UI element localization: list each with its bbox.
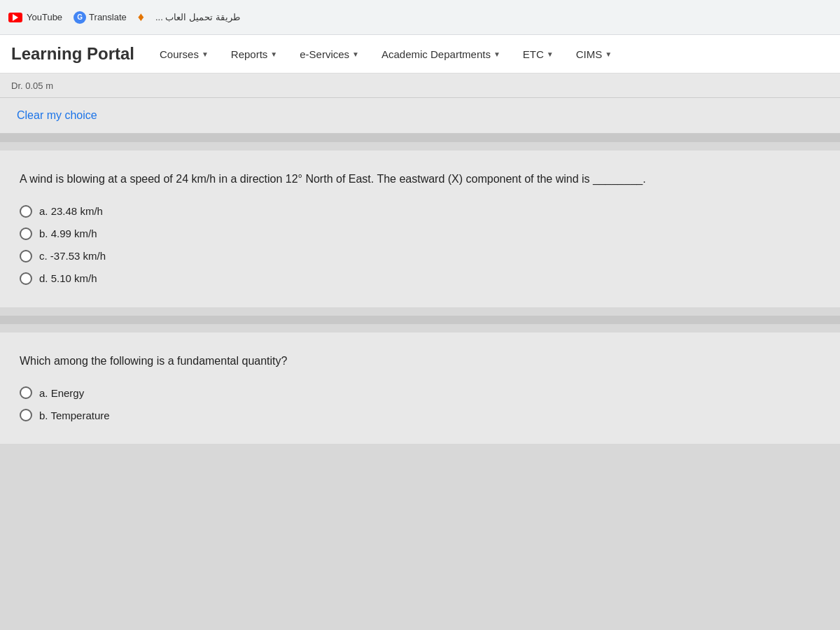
courses-arrow-icon: ▼ [202,50,209,58]
nav-etc[interactable]: ETC ▼ [514,43,562,66]
question-2-options: a. Energy b. Temperature [20,386,820,421]
radio-q2a[interactable] [20,386,32,399]
option-q2b[interactable]: b. Temperature [20,409,820,421]
academic-label: Academic Departments [382,48,491,60]
youtube-icon [8,13,22,22]
radio-q2b[interactable] [20,409,32,421]
etc-arrow-icon: ▼ [547,50,554,58]
section-divider-mid [0,316,840,324]
section-divider-top [0,134,840,142]
arabic-text: طريقة تحميل العاب ... [155,12,240,22]
eservices-label: e-Services [300,48,349,60]
nav-academic[interactable]: Academic Departments ▼ [373,43,509,66]
cims-label: CIMS [576,48,603,60]
nav-courses[interactable]: Courses ▼ [151,43,217,66]
clear-section: Clear my choice [0,98,840,134]
option-q1c[interactable]: c. -37.53 km/h [20,250,820,262]
nav-bar: Learning Portal Courses ▼ Reports ▼ e-Se… [0,35,840,74]
main-content: Clear my choice A wind is blowing at a s… [0,98,840,630]
option-q1b[interactable]: b. 4.99 km/h [20,227,820,240]
cims-arrow-icon: ▼ [605,50,612,58]
youtube-label: YouTube [27,12,62,22]
option-q1d[interactable]: d. 5.10 km/h [20,272,820,285]
clear-choice-link[interactable]: Clear my choice [17,109,97,121]
bookmark-icon: ♦ [138,10,144,24]
radio-q1c[interactable] [20,250,32,262]
translate-label: Translate [89,12,127,22]
sub-header: Dr. 0.05 m [0,74,840,98]
option-q1b-label: b. 4.99 km/h [39,227,97,239]
option-q2b-label: b. Temperature [39,410,110,421]
question-1-options: a. 23.48 km/h b. 4.99 km/h c. -37.53 km/… [20,205,820,285]
radio-q1b[interactable] [20,227,32,240]
option-q1a-label: a. 23.48 km/h [39,205,103,217]
radio-q1a[interactable] [20,205,32,218]
reports-arrow-icon: ▼ [270,50,277,58]
nav-reports[interactable]: Reports ▼ [223,43,286,66]
option-q1d-label: d. 5.10 km/h [39,272,97,284]
question-1-text: A wind is blowing at a speed of 24 km/h … [20,170,820,188]
translate-icon: G [74,11,86,24]
etc-label: ETC [523,48,544,60]
option-q1a[interactable]: a. 23.48 km/h [20,205,820,218]
question-2-text: Which among the following is a fundament… [20,352,820,370]
nav-eservices[interactable]: e-Services ▼ [291,43,368,66]
option-q2a-label: a. Energy [39,387,84,399]
portal-title: Learning Portal [11,44,134,64]
translate-button[interactable]: G Translate [74,11,127,24]
courses-label: Courses [160,48,199,60]
youtube-tab[interactable]: YouTube [8,12,62,22]
question-1-section: A wind is blowing at a speed of 24 km/h … [0,150,840,307]
option-q2a[interactable]: a. Energy [20,386,820,399]
option-q1c-label: c. -37.53 km/h [39,250,106,262]
academic-arrow-icon: ▼ [493,50,500,58]
nav-cims[interactable]: CIMS ▼ [568,43,620,66]
reports-label: Reports [231,48,268,60]
user-info: Dr. 0.05 m [11,80,53,91]
eservices-arrow-icon: ▼ [352,50,359,58]
question-2-section: Which among the following is a fundament… [0,332,840,444]
browser-bar: YouTube G Translate ♦ طريقة تحميل العاب … [0,0,840,35]
radio-q1d[interactable] [20,272,32,285]
